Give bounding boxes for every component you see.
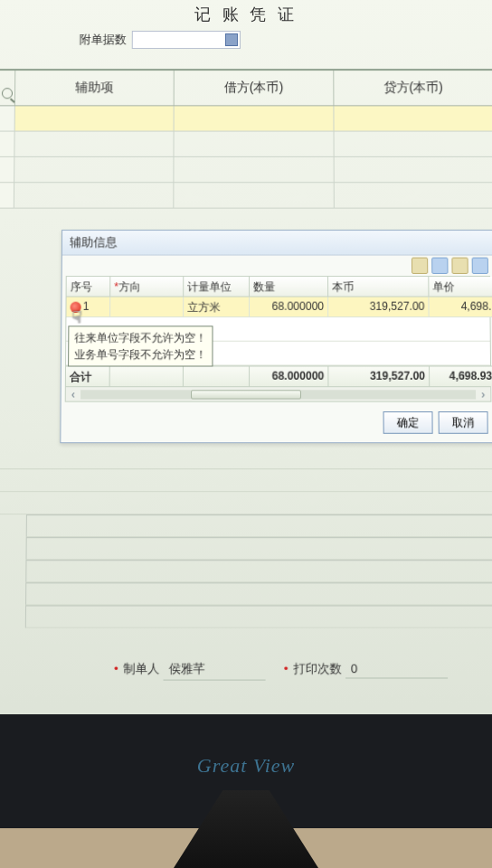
cancel-button[interactable]: 取消 xyxy=(439,411,488,434)
print-count-label: 打印次数 xyxy=(293,662,341,676)
aux-grid-total-row: 合计 68.000000 319,527.00 4,698.93 xyxy=(66,365,490,386)
main-grid-body xyxy=(0,106,492,208)
search-icon[interactable] xyxy=(1,88,12,99)
col-aux-item[interactable]: 辅助项 xyxy=(15,71,175,105)
table-row[interactable] xyxy=(0,469,492,492)
validation-tooltip: 往来单位字段不允许为空！ 业务单号字段不允许为空！ xyxy=(68,326,213,366)
monitor-brand: Great View xyxy=(197,754,295,778)
table-row[interactable] xyxy=(0,492,492,514)
search-column-head xyxy=(0,71,15,105)
cell-qty[interactable]: 68.000000 xyxy=(250,297,328,318)
top-form: 附单据数 xyxy=(0,27,492,52)
table-row[interactable] xyxy=(0,157,492,183)
total-label: 合计 xyxy=(66,365,110,386)
calendar-icon[interactable] xyxy=(225,33,238,46)
aux-grid-header: 序号 *方向 计量单位 数量 本币 单价 xyxy=(67,277,490,297)
preparer-label: 制单人 xyxy=(123,662,159,676)
scroll-left-icon[interactable]: ‹ xyxy=(66,388,80,401)
tooltip-line: 往来单位字段不允许为空！ xyxy=(74,329,206,345)
table-row[interactable] xyxy=(0,183,492,208)
footer-area: • 制单人 侯雅芊 • 打印次数 0 xyxy=(0,655,492,722)
total-base-currency: 319,527.00 xyxy=(328,365,430,386)
toolbar-icon-1[interactable] xyxy=(412,258,428,274)
attachments-input[interactable] xyxy=(132,31,241,49)
cell-base-currency[interactable]: 319,527.00 xyxy=(328,297,430,318)
subtable-row[interactable] xyxy=(25,537,492,560)
monitor-bezel: Great View xyxy=(0,714,492,868)
scroll-thumb[interactable] xyxy=(191,390,301,399)
subtable-row[interactable] xyxy=(25,605,492,627)
col-price[interactable]: 单价 xyxy=(429,277,492,297)
table-row[interactable] xyxy=(0,106,492,131)
aux-toolbar xyxy=(62,256,492,276)
col-debit[interactable]: 借方(本币) xyxy=(175,71,334,105)
page-title: 记 账 凭 证 xyxy=(0,0,492,27)
preparer-value: 侯雅芊 xyxy=(163,660,265,680)
subtable-row[interactable] xyxy=(25,582,492,605)
col-direction[interactable]: *方向 xyxy=(110,277,184,297)
lower-grid-area xyxy=(0,447,492,649)
scroll-right-icon[interactable]: › xyxy=(476,388,490,401)
total-price: 4,698.93 xyxy=(430,365,492,386)
attachments-label: 附单据数 xyxy=(80,32,127,48)
total-qty: 68.000000 xyxy=(250,365,328,386)
col-base-currency[interactable]: 本币 xyxy=(328,277,429,297)
toolbar-icon-2[interactable] xyxy=(431,258,448,274)
error-icon xyxy=(71,301,81,312)
table-row[interactable] xyxy=(0,447,492,469)
preparer-field: • 制单人 侯雅芊 xyxy=(114,660,265,680)
table-row[interactable] xyxy=(0,132,492,157)
subtable-row[interactable] xyxy=(26,514,492,537)
toolbar-icon-4[interactable] xyxy=(472,258,488,274)
cell-unit[interactable]: 立方米 xyxy=(184,297,250,318)
col-credit[interactable]: 贷方(本币) xyxy=(334,71,492,105)
col-qty[interactable]: 数量 xyxy=(250,277,328,297)
cell-seq[interactable]: 1 xyxy=(66,297,110,318)
col-seq[interactable]: 序号 xyxy=(67,277,111,297)
toolbar-icon-3[interactable] xyxy=(451,258,468,274)
col-unit[interactable]: 计量单位 xyxy=(184,277,250,297)
cell-direction[interactable] xyxy=(110,297,184,318)
app-window: 记 账 凭 证 附单据数 辅助项 借方(本币) 贷方(本币) 辅助信息 序号 xyxy=(0,0,492,735)
subtable-row[interactable] xyxy=(25,560,492,582)
scroll-track[interactable] xyxy=(80,390,476,399)
print-count-field: • 打印次数 0 xyxy=(284,660,448,678)
print-count-value: 0 xyxy=(345,662,448,679)
cell-price[interactable]: 4,698. xyxy=(429,297,492,318)
tooltip-line: 业务单号字段不允许为空！ xyxy=(74,346,206,363)
aux-panel-title: 辅助信息 xyxy=(62,231,492,256)
aux-button-bar: 确定 取消 xyxy=(61,402,492,434)
horizontal-scrollbar[interactable]: ‹ › xyxy=(65,387,492,402)
ok-button[interactable]: 确定 xyxy=(383,411,433,434)
main-grid-header: 辅助项 借方(本币) 贷方(本币) xyxy=(0,69,492,106)
aux-grid-row[interactable]: 1 立方米 68.000000 319,527.00 4,698. xyxy=(66,297,489,318)
